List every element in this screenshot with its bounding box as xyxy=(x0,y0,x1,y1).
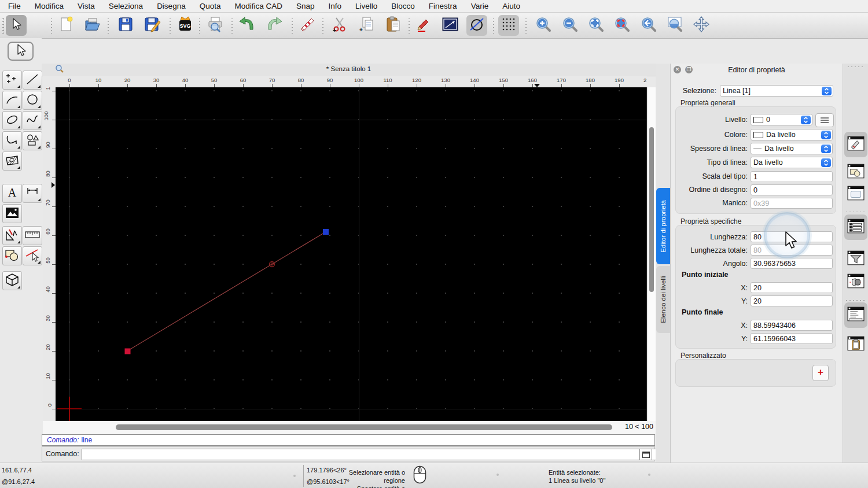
svg-export-button[interactable]: SVG xyxy=(175,15,196,36)
save-as-button[interactable] xyxy=(142,15,163,36)
stepper-icon[interactable] xyxy=(821,131,831,139)
menu-modifica[interactable]: Modifica xyxy=(28,2,71,10)
command-window-button[interactable] xyxy=(639,449,652,460)
pi-x-input[interactable]: 20 xyxy=(751,282,833,293)
new-file-button[interactable] xyxy=(56,15,77,36)
dock-selection-filter-button[interactable] xyxy=(844,246,867,272)
tab-property-editor[interactable]: Editor di proprietà xyxy=(656,188,670,264)
zoom-window-button[interactable] xyxy=(664,15,685,36)
ordine-input[interactable]: 0 xyxy=(751,184,833,195)
tool-line-button[interactable] xyxy=(23,71,42,90)
pf-y-input[interactable]: 61.15966043 xyxy=(751,333,833,344)
tool-dimension-button[interactable] xyxy=(23,184,42,203)
tipo-dropdown[interactable]: Da livello xyxy=(751,157,833,168)
menu-disegna[interactable]: Disegna xyxy=(150,2,193,10)
tool-spline-button[interactable] xyxy=(23,111,42,130)
print-preview-button[interactable] xyxy=(205,15,226,36)
start-point-handle[interactable] xyxy=(125,349,131,354)
svg-text:+: + xyxy=(333,27,336,33)
command-input[interactable] xyxy=(82,449,668,460)
menu-info[interactable]: Info xyxy=(322,2,349,10)
tool-shapes-button[interactable] xyxy=(23,131,42,150)
draw-pencil-button[interactable] xyxy=(413,15,434,36)
dock-handle xyxy=(847,66,865,68)
dock-clipboard-button[interactable] xyxy=(844,332,867,357)
tab-layer-list[interactable]: Elenco dei livelli xyxy=(656,266,670,333)
save-button[interactable] xyxy=(115,15,136,36)
menu-blocco[interactable]: Blocco xyxy=(384,2,422,10)
colore-dropdown[interactable]: Da livello xyxy=(751,129,833,141)
pf-x-input[interactable]: 88.59943406 xyxy=(751,320,833,331)
zoom-auto-button[interactable] xyxy=(586,15,606,36)
stepper-icon[interactable] xyxy=(821,145,831,153)
dock-layer-list-button[interactable] xyxy=(844,215,867,240)
menu-vista[interactable]: Vista xyxy=(71,2,102,10)
paste-button[interactable] xyxy=(382,15,403,36)
tool-select-entity-button[interactable] xyxy=(23,246,42,265)
stepper-icon[interactable] xyxy=(801,116,811,124)
tool-block-button[interactable] xyxy=(2,246,22,265)
horizontal-scrollbar-thumb[interactable] xyxy=(116,424,612,430)
zoom-selection-button[interactable] xyxy=(612,15,632,36)
selected-line-entity[interactable] xyxy=(127,232,326,351)
tool-polyline-button[interactable] xyxy=(2,131,22,150)
tool-points-button[interactable] xyxy=(2,71,22,90)
tool-solid-button[interactable] xyxy=(2,271,22,290)
circle-slash-button[interactable] xyxy=(466,15,487,36)
angolo-input[interactable]: 30.96375653 xyxy=(751,258,833,269)
tool-selection-button[interactable] xyxy=(8,42,34,61)
drawing-canvas[interactable] xyxy=(56,87,647,421)
menu-snap[interactable]: Snap xyxy=(289,2,322,10)
stepper-icon[interactable] xyxy=(821,158,831,167)
zoom-out-button[interactable] xyxy=(560,15,580,36)
line-properties-button[interactable] xyxy=(440,15,461,36)
livello-dropdown[interactable]: 0 xyxy=(751,114,812,125)
copy-button[interactable]: + xyxy=(356,15,377,36)
zoom-in-button[interactable] xyxy=(533,15,554,36)
tool-image-button[interactable] xyxy=(2,204,22,223)
ruler-label: 110 xyxy=(383,77,392,83)
menu-seleziona[interactable]: Seleziona xyxy=(102,2,150,10)
command-history-value: line xyxy=(81,436,92,444)
scala-input[interactable]: 1 xyxy=(751,171,833,182)
menu-quota[interactable]: Quota xyxy=(193,2,228,10)
spessore-dropdown[interactable]: Da livello xyxy=(751,143,833,154)
tool-modify-button[interactable] xyxy=(2,226,22,245)
grid-toggle-button[interactable] xyxy=(498,15,519,36)
vertical-scrollbar[interactable] xyxy=(647,87,656,421)
pan-button[interactable] xyxy=(691,15,712,36)
layer-menu-button[interactable] xyxy=(815,113,834,127)
undo-button[interactable] xyxy=(237,15,258,36)
menu-livello[interactable]: Livello xyxy=(348,2,384,10)
tool-text-button[interactable]: A xyxy=(2,184,22,203)
open-file-button[interactable] xyxy=(82,15,103,36)
zoom-previous-button[interactable] xyxy=(638,15,659,36)
dock-pen-settings-button[interactable] xyxy=(844,269,867,295)
tool-circle-button[interactable] xyxy=(23,91,42,110)
end-point-handle[interactable] xyxy=(323,229,329,235)
selection-button[interactable] xyxy=(6,15,27,36)
selection-dropdown[interactable]: Linea [1] xyxy=(720,85,833,97)
add-custom-property-button[interactable]: + xyxy=(812,365,829,381)
dock-library-browser-button[interactable] xyxy=(844,182,867,207)
menu-file[interactable]: File xyxy=(8,2,28,10)
pi-y-input[interactable]: 20 xyxy=(751,295,833,306)
stepper-icon[interactable] xyxy=(822,87,832,95)
menu-modifica-cad[interactable]: Modifica CAD xyxy=(227,2,289,10)
tool-ellipse-button[interactable] xyxy=(2,111,22,130)
tool-measure-button[interactable] xyxy=(23,226,42,245)
horizontal-scrollbar[interactable]: 10 < 100 xyxy=(43,421,656,434)
dock-property-editor-button[interactable] xyxy=(844,132,867,157)
tool-arc-button[interactable] xyxy=(2,91,22,110)
dock-command-history-button[interactable] xyxy=(844,302,867,328)
general-group-title: Proprietà generali xyxy=(681,99,735,107)
tool-hatch-button[interactable] xyxy=(2,151,22,171)
cut-button[interactable]: + xyxy=(329,15,350,36)
vertical-scrollbar-thumb[interactable] xyxy=(649,127,654,292)
redo-button[interactable] xyxy=(264,15,285,36)
menu-finestra[interactable]: Finestra xyxy=(422,2,464,10)
eraser-button[interactable] xyxy=(297,15,318,36)
eraser-icon xyxy=(300,16,316,35)
menu-varie[interactable]: Varie xyxy=(464,2,496,10)
menu-aiuto[interactable]: Aiuto xyxy=(495,2,527,10)
